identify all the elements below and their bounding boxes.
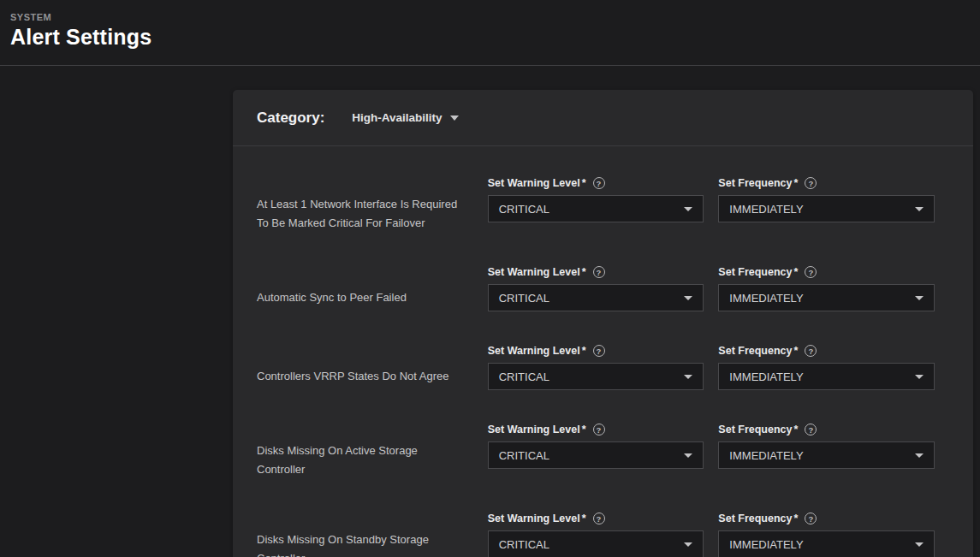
chevron-down-icon: [915, 207, 924, 211]
warning-level-select[interactable]: CRITICAL: [488, 441, 704, 469]
warning-level-value: CRITICAL: [499, 203, 549, 216]
warning-level-value: CRITICAL: [499, 538, 549, 551]
frequency-field-label: Set Frequency * ?: [718, 424, 935, 436]
warning-level-field-label: Set Warning Level * ?: [488, 513, 704, 524]
frequency-select[interactable]: IMMEDIATELY: [718, 195, 935, 222]
help-icon[interactable]: ?: [805, 266, 817, 278]
required-marker: *: [794, 513, 799, 524]
frequency-group: Set Frequency * ? IMMEDIATELY: [718, 424, 935, 479]
warning-level-group: Set Warning Level * ? CRITICAL: [488, 177, 704, 233]
required-marker: *: [582, 345, 586, 357]
alert-name: At Least 1 Network Interface Is Required…: [257, 195, 488, 233]
frequency-value: IMMEDIATELY: [729, 292, 803, 305]
warning-level-group: Set Warning Level * ? CRITICAL: [488, 345, 704, 390]
help-icon[interactable]: ?: [805, 424, 817, 436]
chevron-down-icon: [915, 542, 924, 547]
warning-level-select[interactable]: CRITICAL: [488, 284, 704, 311]
required-marker: *: [794, 424, 799, 436]
alert-row: Disks Missing On Standby Storage Control…: [257, 513, 949, 557]
help-icon[interactable]: ?: [805, 513, 817, 524]
category-dropdown[interactable]: High-Availability: [352, 111, 458, 124]
frequency-group: Set Frequency * ? IMMEDIATELY: [718, 177, 935, 233]
alert-row: Controllers VRRP States Do Not Agree Set…: [257, 345, 949, 390]
required-marker: *: [582, 266, 586, 278]
help-icon[interactable]: ?: [805, 177, 817, 189]
warning-level-value: CRITICAL: [499, 370, 549, 383]
frequency-label-text: Set Frequency: [718, 424, 792, 436]
frequency-group: Set Frequency * ? IMMEDIATELY: [718, 266, 935, 311]
help-icon[interactable]: ?: [805, 345, 817, 357]
frequency-value: IMMEDIATELY: [729, 449, 803, 462]
warning-level-group: Set Warning Level * ? CRITICAL: [488, 513, 704, 557]
alert-settings-panel: Category: High-Availability At Least 1 N…: [233, 90, 973, 557]
chevron-down-icon: [684, 296, 692, 300]
frequency-label-text: Set Frequency: [718, 345, 792, 357]
warning-level-label-text: Set Warning Level: [488, 424, 580, 436]
chevron-down-icon: [684, 207, 692, 211]
category-value: High-Availability: [352, 111, 442, 124]
page-header: SYSTEM Alert Settings: [0, 0, 980, 66]
help-icon[interactable]: ?: [593, 513, 605, 524]
breadcrumb-system: SYSTEM: [10, 12, 966, 22]
warning-level-field-label: Set Warning Level * ?: [488, 266, 704, 278]
frequency-label-text: Set Frequency: [718, 513, 792, 524]
alert-row: Automatic Sync to Peer Failed Set Warnin…: [257, 266, 949, 311]
warning-level-label-text: Set Warning Level: [488, 266, 580, 278]
alert-name: Disks Missing On Active Storage Controll…: [257, 441, 488, 479]
alert-name: Controllers VRRP States Do Not Agree: [257, 363, 488, 390]
warning-level-value: CRITICAL: [499, 449, 549, 462]
frequency-select[interactable]: IMMEDIATELY: [718, 284, 935, 311]
required-marker: *: [582, 513, 586, 524]
help-icon[interactable]: ?: [593, 424, 605, 436]
frequency-value: IMMEDIATELY: [729, 538, 803, 551]
frequency-field-label: Set Frequency * ?: [718, 345, 935, 357]
alert-row: At Least 1 Network Interface Is Required…: [257, 177, 949, 233]
warning-level-label-text: Set Warning Level: [488, 177, 580, 189]
warning-level-label-text: Set Warning Level: [488, 345, 580, 357]
frequency-field-label: Set Frequency * ?: [718, 513, 935, 524]
warning-level-select[interactable]: CRITICAL: [488, 363, 704, 390]
frequency-select[interactable]: IMMEDIATELY: [718, 530, 935, 557]
chevron-down-icon: [915, 453, 924, 458]
frequency-value: IMMEDIATELY: [729, 203, 803, 216]
warning-level-field-label: Set Warning Level * ?: [488, 424, 704, 436]
alert-name: Automatic Sync to Peer Failed: [257, 284, 488, 311]
chevron-down-icon: [915, 375, 924, 379]
chevron-down-icon: [915, 296, 924, 300]
warning-level-field-label: Set Warning Level * ?: [488, 345, 704, 357]
frequency-select[interactable]: IMMEDIATELY: [718, 441, 935, 469]
frequency-label-text: Set Frequency: [718, 177, 792, 189]
chevron-down-icon: [684, 542, 692, 547]
category-label: Category:: [257, 110, 324, 127]
chevron-down-icon: [684, 453, 692, 458]
warning-level-group: Set Warning Level * ? CRITICAL: [488, 266, 704, 311]
warning-level-field-label: Set Warning Level * ?: [488, 177, 704, 189]
frequency-label-text: Set Frequency: [718, 266, 792, 278]
warning-level-group: Set Warning Level * ? CRITICAL: [488, 424, 704, 479]
alert-rows: At Least 1 Network Interface Is Required…: [233, 146, 973, 557]
frequency-field-label: Set Frequency * ?: [718, 266, 935, 278]
required-marker: *: [582, 177, 586, 189]
help-icon[interactable]: ?: [593, 266, 605, 278]
frequency-value: IMMEDIATELY: [729, 370, 803, 383]
frequency-group: Set Frequency * ? IMMEDIATELY: [718, 345, 935, 390]
help-icon[interactable]: ?: [593, 345, 605, 357]
chevron-down-icon: [450, 116, 459, 121]
required-marker: *: [794, 345, 799, 357]
warning-level-value: CRITICAL: [499, 292, 549, 305]
warning-level-select[interactable]: CRITICAL: [488, 195, 704, 222]
page-title: Alert Settings: [10, 25, 966, 50]
required-marker: *: [794, 177, 799, 189]
warning-level-select[interactable]: CRITICAL: [488, 530, 704, 557]
help-icon[interactable]: ?: [593, 177, 605, 189]
category-row: Category: High-Availability: [233, 90, 973, 146]
frequency-group: Set Frequency * ? IMMEDIATELY: [718, 513, 935, 557]
required-marker: *: [794, 266, 799, 278]
alert-row: Disks Missing On Active Storage Controll…: [257, 424, 949, 479]
frequency-select[interactable]: IMMEDIATELY: [718, 363, 935, 390]
alert-name: Disks Missing On Standby Storage Control…: [257, 530, 488, 557]
warning-level-label-text: Set Warning Level: [488, 513, 580, 524]
chevron-down-icon: [684, 375, 692, 379]
frequency-field-label: Set Frequency * ?: [718, 177, 935, 189]
required-marker: *: [582, 424, 586, 436]
